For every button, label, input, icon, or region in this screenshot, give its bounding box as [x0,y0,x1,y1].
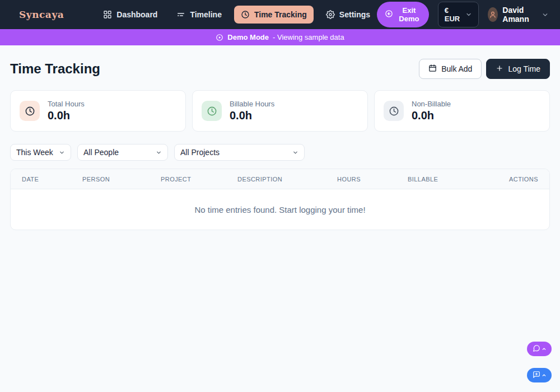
gear-icon [326,10,335,19]
stat-card-non-billable: Non-Billable 0.0h [374,90,550,132]
timeline-icon [176,10,185,19]
week-filter-select[interactable]: This Week [10,144,71,161]
brand-logo[interactable]: Syncaya [19,9,64,20]
nav-label: Time Tracking [254,10,307,19]
log-time-label: Log Time [508,64,540,73]
empty-state-message: No time entries found. Start logging you… [11,189,549,230]
page-header: Time Tracking Bulk Add Log Time [10,59,550,79]
currency-value: € EUR [445,6,460,23]
chevron-down-icon [59,150,65,156]
banner-title: Demo Mode [227,33,269,41]
chevron-down-icon [156,150,162,156]
exit-circle-arrow-icon [385,10,393,20]
caret-up-icon [542,371,547,380]
nav-item-time-tracking[interactable]: Time Tracking [234,6,314,24]
people-filter-select[interactable]: All People [77,144,168,161]
clock-icon [202,101,222,121]
column-header-project: PROJECT [161,176,237,183]
clock-icon [241,10,250,19]
exit-demo-label: Exit Demo [397,6,421,23]
nav-label: Settings [339,10,370,19]
dashboard-grid-icon [103,10,112,19]
column-header-actions: ACTIONS [488,176,538,183]
play-circle-icon [216,34,223,41]
user-menu[interactable]: David Amann [488,6,549,24]
page-title: Time Tracking [10,61,100,77]
user-name: David Amann [502,6,537,24]
stats-row: Total Hours 0.0h Billable Hours 0.0h Non… [10,90,550,132]
calendar-icon [428,64,437,74]
stat-label: Total Hours [48,100,85,108]
nav-label: Dashboard [116,10,157,19]
clock-icon [384,101,404,121]
select-value: All People [83,148,119,157]
plus-icon [496,64,503,74]
select-value: This Week [16,148,53,157]
banner-message: - Viewing sample data [273,33,344,41]
chat-bubble-icon [533,344,540,354]
column-header-person: PERSON [82,176,161,183]
clock-icon [20,101,40,121]
header-actions: Bulk Add Log Time [419,59,550,79]
bulk-add-button[interactable]: Bulk Add [419,59,482,79]
nav-item-timeline[interactable]: Timeline [170,6,228,24]
column-header-date: DATE [22,176,82,183]
bulk-add-label: Bulk Add [441,64,472,73]
currency-select[interactable]: € EUR [438,2,479,27]
stat-card-total-hours: Total Hours 0.0h [10,90,186,132]
column-header-hours: HOURS [337,176,408,183]
stat-value: 0.0h [412,109,451,122]
nav-item-dashboard[interactable]: Dashboard [96,6,164,24]
stat-value: 0.0h [48,109,85,122]
stat-label: Billable Hours [230,100,274,108]
column-header-billable: BILLABLE [408,176,488,183]
nav-label: Timeline [190,10,222,19]
stat-card-billable-hours: Billable Hours 0.0h [192,90,368,132]
caret-up-icon [542,345,547,353]
column-header-description: DESCRIPTION [237,176,337,183]
chat-fab-button[interactable] [527,342,552,356]
chevron-down-icon [465,11,472,18]
select-value: All Projects [180,148,220,157]
message-square-plus-icon [533,371,540,380]
avatar [488,7,498,22]
navbar-right: Exit Demo € EUR David Amann [377,2,549,27]
nav-item-settings[interactable]: Settings [319,6,377,24]
top-navbar: Syncaya Dashboard Timeline Time Tracking… [0,0,560,29]
exit-demo-button[interactable]: Exit Demo [377,2,429,27]
table-header-row: DATE PERSON PROJECT DESCRIPTION HOURS BI… [11,169,549,189]
stat-value: 0.0h [230,109,274,122]
stat-label: Non-Billable [412,100,451,108]
chevron-down-icon [292,150,298,156]
log-time-button[interactable]: Log Time [486,59,550,79]
projects-filter-select[interactable]: All Projects [174,144,305,161]
feedback-fab-button[interactable] [527,368,552,382]
main-content: Time Tracking Bulk Add Log Time Total [0,45,560,230]
chevron-down-icon [542,11,549,18]
main-nav: Dashboard Timeline Time Tracking Setting… [96,6,377,24]
time-entries-table: DATE PERSON PROJECT DESCRIPTION HOURS BI… [10,169,550,230]
filters-row: This Week All People All Projects [10,144,550,161]
demo-mode-banner: Demo Mode - Viewing sample data [0,29,560,45]
